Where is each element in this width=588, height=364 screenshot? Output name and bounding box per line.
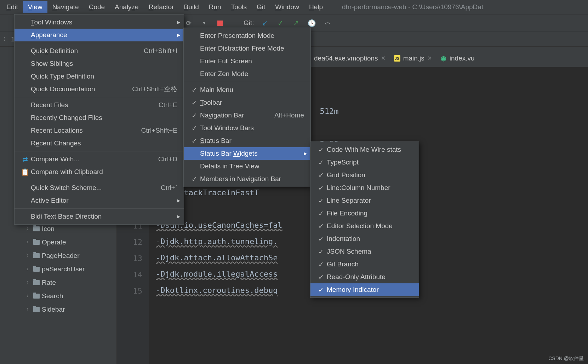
tab-label: dea64.exe.vmoptions: [314, 54, 378, 62]
check-icon: ✓: [317, 273, 325, 281]
menu-item-enter-fullscreen[interactable]: Enter Full Screen: [184, 55, 310, 68]
menu-item-details-in-tree[interactable]: Details in Tree View: [184, 160, 310, 173]
widget-item-git-branch[interactable]: ✓Git Branch: [310, 258, 419, 271]
refresh-icon[interactable]: ⟳: [184, 18, 193, 28]
check-icon: ✓: [190, 175, 199, 183]
widget-item-typescript[interactable]: ✓TypeScript: [310, 156, 419, 169]
widget-item-memory-indicator[interactable]: ✓Memory Indicator: [310, 283, 419, 296]
tree-item[interactable]: 〉Sidebar: [0, 303, 116, 316]
menu-item-main-menu[interactable]: ✓Main Menu: [184, 83, 310, 96]
menu-item-members-nav-bar[interactable]: ✓Members in Navigation Bar: [184, 173, 310, 185]
menu-item-toolbar[interactable]: ✓Toolbar: [184, 96, 310, 109]
dropdown-icon[interactable]: ▼: [200, 18, 209, 28]
menu-help[interactable]: Help: [304, 1, 328, 13]
folder-icon: [33, 280, 40, 285]
menu-item-active-editor[interactable]: Active Editor▶: [15, 194, 184, 207]
check-icon: ✓: [317, 235, 325, 243]
menu-item-appearance[interactable]: Appearance▶: [15, 29, 184, 41]
menu-item-quick-switch-scheme[interactable]: Quick Switch Scheme...Ctrl+`: [15, 181, 184, 194]
widget-item-line-column[interactable]: ✓Line:Column Number: [310, 181, 419, 194]
tab-mainjs[interactable]: JS main.js ✕: [390, 50, 436, 67]
rollback-icon[interactable]: ⤺: [323, 18, 332, 28]
git-pull-icon[interactable]: ↙: [261, 18, 270, 28]
widget-item-file-encoding[interactable]: ✓File Encoding: [310, 207, 419, 220]
tab-vmoptions[interactable]: dea64.exe.vmoptions ✕: [310, 50, 390, 67]
check-icon: ✓: [190, 137, 199, 145]
git-push-icon[interactable]: ↗: [292, 18, 301, 28]
widget-item-grid-position[interactable]: ✓Grid Position: [310, 169, 419, 181]
folder-icon: [33, 294, 40, 299]
menu-navigate[interactable]: Navigate: [47, 1, 84, 13]
menu-refactor[interactable]: Refactor: [144, 1, 179, 13]
check-icon: ✓: [317, 171, 325, 179]
check-icon: ✓: [190, 86, 199, 94]
menu-item-compare-with[interactable]: ⇄Compare With...Ctrl+D: [15, 153, 184, 166]
tree-item[interactable]: 〉paSearchUser: [0, 262, 116, 276]
submenu-arrow-icon: ▶: [177, 20, 180, 25]
widget-item-line-separator[interactable]: ✓Line Separator: [310, 194, 419, 207]
check-icon: ✓: [317, 197, 325, 205]
menu-edit[interactable]: Edit: [1, 1, 23, 13]
tree-item[interactable]: 〉PageHeader: [0, 249, 116, 262]
check-icon: ✓: [317, 209, 325, 218]
tab-label: main.js: [403, 54, 424, 62]
menu-item-status-bar-widgets[interactable]: Status Bar Widgets▶: [184, 147, 310, 160]
menu-git[interactable]: Git: [252, 1, 270, 13]
tree-item[interactable]: 〉Operate: [0, 236, 116, 249]
menu-item-compare-clipboard[interactable]: 📋Compare with Clipboard: [15, 166, 184, 178]
menu-item-enter-distraction-free[interactable]: Enter Distraction Free Mode: [184, 42, 310, 55]
editor-tabs: dea64.exe.vmoptions ✕ JS main.js ✕ ◉ ind…: [310, 50, 588, 67]
js-file-icon: JS: [394, 55, 400, 62]
menu-item-enter-zen[interactable]: Enter Zen Mode: [184, 68, 310, 80]
menu-tools[interactable]: Tools: [226, 1, 252, 13]
menu-item-bidi-direction[interactable]: Bidi Text Base Direction▶: [15, 210, 184, 223]
check-icon: ✓: [190, 124, 199, 132]
menu-item-recent-locations[interactable]: Recent LocationsCtrl+Shift+E: [15, 124, 184, 137]
menu-item-show-siblings[interactable]: Show Siblings: [15, 57, 184, 70]
check-icon: ✓: [190, 99, 199, 107]
check-icon: ✓: [317, 286, 325, 294]
menu-item-recent-changes[interactable]: Recent Changes: [15, 137, 184, 150]
menu-item-navigation-bar[interactable]: ✓Navigation BarAlt+Home: [184, 109, 310, 122]
check-icon: ✓: [317, 248, 325, 256]
menu-code[interactable]: Code: [84, 1, 110, 13]
menu-item-enter-presentation[interactable]: Enter Presentation Mode: [184, 29, 310, 42]
tab-indexvue[interactable]: ◉ index.vu: [436, 50, 479, 67]
menu-build[interactable]: Build: [179, 1, 204, 13]
menu-item-tool-windows[interactable]: Tool Windows▶: [15, 16, 184, 29]
check-icon: ✓: [317, 260, 325, 268]
check-icon: ✓: [317, 222, 325, 230]
menu-item-quick-documentation[interactable]: Quick DocumentationCtrl+Shift+空格: [15, 83, 184, 96]
submenu-arrow-icon: ▶: [177, 214, 180, 219]
folder-icon: [33, 240, 40, 245]
menu-view[interactable]: View: [23, 1, 47, 13]
tree-item[interactable]: 〉Rate: [0, 276, 116, 289]
menu-item-quick-type-definition[interactable]: Quick Type Definition: [15, 70, 184, 83]
folder-icon: [33, 226, 40, 231]
window-title: dhr-performance-web - C:\Users\10976\App…: [342, 3, 483, 11]
menu-item-tool-window-bars[interactable]: ✓Tool Window Bars: [184, 122, 310, 134]
menu-item-recent-files[interactable]: Recent FilesCtrl+E: [15, 99, 184, 111]
widget-item-json-schema[interactable]: ✓JSON Schema: [310, 245, 419, 258]
git-commit-icon[interactable]: ✓: [276, 18, 285, 28]
folder-icon: [33, 253, 40, 258]
menu-analyze[interactable]: Analyze: [110, 1, 144, 13]
widget-item-indentation[interactable]: ✓Indentation: [310, 232, 419, 245]
show-history-icon[interactable]: 🕓: [307, 18, 316, 28]
vue-file-icon: ◉: [440, 55, 447, 62]
stop-icon[interactable]: [215, 18, 224, 28]
widget-item-selection-mode[interactable]: ✓Editor Selection Mode: [310, 220, 419, 232]
menu-window[interactable]: Window: [270, 1, 304, 13]
menu-item-status-bar[interactable]: ✓Status Bar: [184, 134, 310, 147]
tree-item[interactable]: 〉Search: [0, 289, 116, 303]
tab-label: index.vu: [450, 54, 475, 62]
menu-item-quick-definition[interactable]: Quick DefinitionCtrl+Shift+I: [15, 45, 184, 57]
check-icon: ✓: [190, 111, 199, 120]
close-icon[interactable]: ✕: [427, 55, 432, 62]
widget-item-read-only[interactable]: ✓Read-Only Attribute: [310, 271, 419, 283]
close-icon[interactable]: ✕: [381, 55, 386, 62]
widget-item-code-with-me[interactable]: ✓Code With Me Wire stats: [310, 143, 419, 156]
menu-run[interactable]: Run: [204, 1, 226, 13]
menu-item-recently-changed-files[interactable]: Recently Changed Files: [15, 111, 184, 124]
diff-icon: ⇄: [21, 155, 29, 163]
